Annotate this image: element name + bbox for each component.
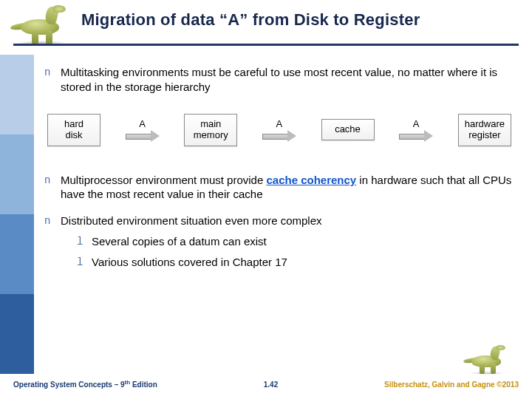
arrow-right-icon <box>126 131 160 141</box>
diagram-arrow: A <box>123 118 163 141</box>
header-divider <box>13 44 519 46</box>
diagram-box-label: main memory <box>194 118 228 140</box>
sub-bullet-marker: l <box>77 255 92 269</box>
slide-header: Migration of data “A” from Disk to Regis… <box>0 0 532 55</box>
bullet-text: Multitasking environments must be carefu… <box>61 65 514 95</box>
arrow-right-icon <box>262 131 296 141</box>
sub-bullet-item: l Several copies of a datum can exist <box>77 234 514 249</box>
diagram-box-main-memory: main memory <box>184 114 237 146</box>
diagram-box-label: hardware register <box>465 118 505 140</box>
dinosaur-icon <box>463 344 513 375</box>
slide: Migration of data “A” from Disk to Regis… <box>0 0 532 399</box>
footer-text: Edition <box>130 381 157 389</box>
dinosaur-icon <box>9 4 75 46</box>
sub-bullet-marker: l <box>77 234 92 248</box>
arrow-label: A <box>139 118 146 129</box>
diagram-arrow: A <box>259 118 299 141</box>
bullet-item: n Multiprocessor environment must provid… <box>44 173 514 202</box>
footer-copyright: Silberschatz, Galvin and Gagne ©2013 <box>384 381 519 389</box>
arrow-label: A <box>276 118 283 129</box>
footer-text: Operating System Concepts – 9 <box>13 381 125 389</box>
diagram-box-cache: cache <box>321 119 375 140</box>
footer-book-title: Operating System Concepts – 9th Edition <box>13 379 157 389</box>
storage-hierarchy-diagram: hard disk A main memory A cache A hardwa… <box>47 108 511 152</box>
sub-bullet-text: Several copies of a datum can exist <box>92 234 267 249</box>
arrow-label: A <box>413 118 420 129</box>
bullet-marker: n <box>44 214 61 228</box>
bullet-text: Multiprocessor environment must provide … <box>61 173 514 202</box>
slide-title: Migration of data “A” from Disk to Regis… <box>13 10 519 30</box>
diagram-arrow: A <box>396 118 436 141</box>
cache-coherency-link[interactable]: cache coherency <box>266 174 356 186</box>
bullet-item: n Multitasking environments must be care… <box>44 65 514 95</box>
bullet-marker: n <box>44 65 61 79</box>
diagram-box-hard-disk: hard disk <box>47 114 100 146</box>
left-color-stripe <box>0 55 34 374</box>
bullet-text: Distributed environment situation even m… <box>61 214 322 228</box>
diagram-box-label: cache <box>335 123 361 134</box>
diagram-box-hardware-register: hardware register <box>458 114 511 146</box>
slide-content: n Multitasking environments must be care… <box>44 65 514 362</box>
sub-bullet-text: Various solutions covered in Chapter 17 <box>92 255 287 270</box>
bullet-marker: n <box>44 173 61 187</box>
bullet-item: n Distributed environment situation even… <box>44 214 514 228</box>
arrow-right-icon <box>399 131 433 141</box>
footer-page-number: 1.42 <box>264 381 278 389</box>
diagram-box-label: hard disk <box>64 118 83 140</box>
bullet-text-part: Multiprocessor environment must provide <box>61 174 266 186</box>
sub-bullet-item: l Various solutions covered in Chapter 1… <box>77 255 514 270</box>
slide-footer: Operating System Concepts – 9th Edition … <box>0 374 532 399</box>
